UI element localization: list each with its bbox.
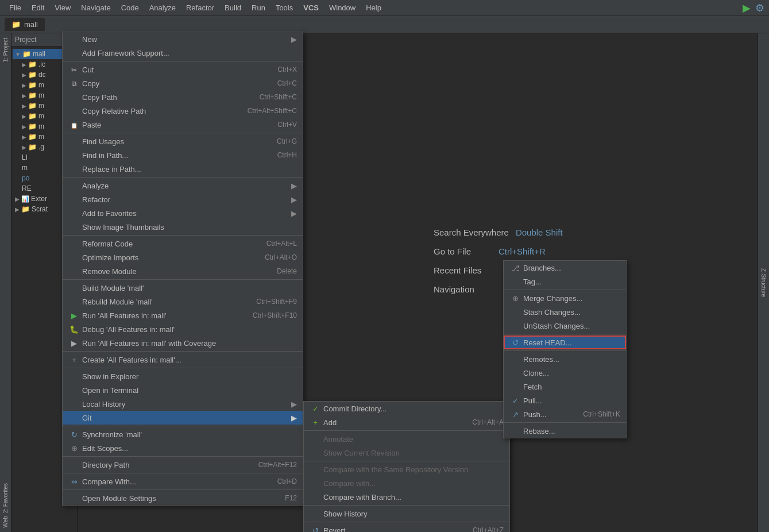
- repo-fetch[interactable]: Fetch: [504, 380, 626, 394]
- menu-help[interactable]: Help: [361, 2, 386, 14]
- hint-goto-file: Go to File Ctrl+Shift+R: [434, 242, 563, 261]
- separator: [504, 350, 626, 351]
- menu-edit[interactable]: Edit: [27, 2, 49, 14]
- fetch-icon: [509, 382, 521, 391]
- tree-item-label: RE: [22, 184, 32, 192]
- git-commit-dir[interactable]: ✓ Commit Directory...: [304, 402, 509, 415]
- git-show-history[interactable]: Show History: [304, 507, 509, 521]
- ctx-refactor[interactable]: Refactor ▶: [63, 192, 303, 206]
- ctx-run-all[interactable]: ▶ Run 'All Features in: mall' Ctrl+Shift…: [63, 309, 303, 322]
- separator: [504, 290, 626, 290]
- favorites-icon: [68, 209, 80, 218]
- tree-item-label: m: [38, 91, 44, 99]
- menu-build[interactable]: Build: [220, 2, 246, 14]
- folder-icon: 📁: [28, 81, 37, 89]
- repo-unstash[interactable]: UnStash Changes...: [504, 319, 626, 333]
- repo-rebase[interactable]: Rebase...: [504, 424, 626, 438]
- arrow-icon: ▼: [15, 51, 21, 57]
- ctx-copy-path[interactable]: Copy Path Ctrl+Shift+C: [63, 90, 303, 104]
- ctx-edit-scopes[interactable]: ⊕ Edit Scopes...: [63, 441, 303, 455]
- run-icon[interactable]: ▶: [743, 2, 751, 14]
- ctx-copy-relative-path[interactable]: Copy Relative Path Ctrl+Alt+Shift+C: [63, 104, 303, 118]
- repo-reset-head[interactable]: ↺ Reset HEAD...: [504, 336, 626, 349]
- ctx-create-all[interactable]: + Create 'All Features in: mall'...: [63, 353, 303, 367]
- settings-icon[interactable]: ⚙: [755, 2, 764, 14]
- ctx-show-explorer[interactable]: Show in Explorer: [63, 369, 303, 383]
- ctx-debug-all[interactable]: 🐛 Debug 'All Features in: mall': [63, 322, 303, 336]
- menu-vcs[interactable]: VCS: [299, 2, 323, 14]
- ctx-show-image[interactable]: Show Image Thumbnails: [63, 220, 303, 234]
- menu-window[interactable]: Window: [324, 2, 360, 14]
- copy-icon: [68, 79, 80, 88]
- ctx-run-coverage[interactable]: ▶ Run 'All Features in: mall' with Cover…: [63, 336, 303, 350]
- repo-branches[interactable]: ⎇ Branches...: [504, 261, 626, 275]
- ctx-add-framework[interactable]: Add Framework Support...: [63, 46, 303, 60]
- reformat-icon: [68, 239, 80, 248]
- separator: [304, 505, 509, 506]
- menu-code[interactable]: Code: [117, 2, 144, 14]
- separator: [63, 177, 303, 178]
- ctx-compare-with[interactable]: ⇔ Compare With... Ctrl+D: [63, 475, 303, 488]
- ctx-copy[interactable]: Copy Ctrl+C: [63, 76, 303, 90]
- menu-navigate[interactable]: Navigate: [76, 2, 115, 14]
- menu-refactor[interactable]: Refactor: [181, 2, 219, 14]
- menu-view[interactable]: View: [50, 2, 75, 14]
- favorites-side-label: 2: Favorites: [2, 483, 9, 513]
- ctx-git[interactable]: Git ▶: [63, 411, 303, 425]
- menu-file[interactable]: File: [5, 2, 26, 14]
- menubar: File Edit View Navigate Code Analyze Ref…: [0, 0, 769, 16]
- separator: [504, 334, 626, 334]
- ctx-open-terminal[interactable]: Open in Terminal: [63, 383, 303, 397]
- ctx-open-module-settings[interactable]: Open Module Settings F12: [63, 491, 303, 505]
- repo-merge-changes[interactable]: ⊕ Merge Changes...: [504, 291, 626, 305]
- arrow-icon: ▶: [22, 82, 26, 88]
- ctx-find-in-path[interactable]: Find in Path... Ctrl+H: [63, 148, 303, 162]
- compare-with-icon: [310, 479, 321, 488]
- repo-pull[interactable]: ✓ Pull...: [504, 394, 626, 407]
- ctx-paste[interactable]: Paste Ctrl+V: [63, 118, 303, 132]
- ctx-rebuild-module[interactable]: Rebuild Module 'mall' Ctrl+Shift+F9: [63, 295, 303, 309]
- ctx-sync[interactable]: ↻ Synchronize 'mall': [63, 427, 303, 441]
- find-icon: [68, 137, 80, 146]
- repo-push[interactable]: ↗ Push... Ctrl+Shift+K: [504, 407, 626, 421]
- coverage-icon: ▶: [68, 338, 80, 348]
- arrow-icon: ▶: [15, 206, 20, 213]
- repo-remotes[interactable]: Remotes...: [504, 352, 626, 366]
- ctx-local-history[interactable]: Local History ▶: [63, 397, 303, 411]
- separator: [63, 279, 303, 280]
- replace-icon: [68, 164, 80, 174]
- git-compare-branch[interactable]: Compare with Branch...: [304, 490, 509, 504]
- menu-run[interactable]: Run: [247, 2, 270, 14]
- menu-analyze[interactable]: Analyze: [145, 2, 180, 14]
- ctx-analyze[interactable]: Analyze ▶: [63, 179, 303, 192]
- ctx-cut[interactable]: Cut Ctrl+X: [63, 63, 303, 76]
- ctx-add-favorites[interactable]: Add to Favorites ▶: [63, 206, 303, 220]
- ctx-reformat-code[interactable]: Reformat Code Ctrl+Alt+L: [63, 237, 303, 250]
- ctx-new[interactable]: New ▶: [63, 32, 303, 46]
- folder-icon: 📁: [28, 102, 37, 110]
- repo-stash[interactable]: Stash Changes...: [504, 305, 626, 319]
- project-tab[interactable]: 📁 mall: [5, 18, 45, 31]
- menu-tools[interactable]: Tools: [271, 2, 297, 14]
- ctx-find-usages[interactable]: Find Usages Ctrl+G: [63, 134, 303, 148]
- ctx-build-module[interactable]: Build Module 'mall': [63, 281, 303, 295]
- folder-icon: 📁: [28, 122, 37, 130]
- repo-clone[interactable]: Clone...: [504, 366, 626, 380]
- rebase-icon: [509, 426, 521, 435]
- git-compare-same[interactable]: Compare with the Same Repository Version: [304, 462, 509, 476]
- ctx-replace-in-path[interactable]: Replace in Path...: [63, 162, 303, 176]
- git-add[interactable]: + Add Ctrl+Alt+A: [304, 415, 509, 429]
- ctx-optimize-imports[interactable]: Optimize Imports Ctrl+Alt+O: [63, 250, 303, 264]
- git-show-revision[interactable]: Show Current Revision: [304, 446, 509, 460]
- push-icon: ↗: [509, 410, 521, 419]
- repo-tag[interactable]: Tag...: [504, 275, 626, 288]
- z-structure-label: Z-Structure: [760, 268, 767, 297]
- git-annotate[interactable]: Annotate: [304, 432, 509, 446]
- ctx-remove-module[interactable]: Remove Module Delete: [63, 264, 303, 278]
- debug-icon: 🐛: [68, 325, 80, 334]
- ctx-directory-path[interactable]: Directory Path Ctrl+Alt+F12: [63, 458, 303, 472]
- git-revert[interactable]: ↺ Revert... Ctrl+Alt+Z: [304, 523, 509, 532]
- git-compare-with[interactable]: Compare with...: [304, 476, 509, 490]
- z-structure-panel: Z-Structure: [758, 33, 769, 532]
- tree-item-label: m: [22, 164, 28, 172]
